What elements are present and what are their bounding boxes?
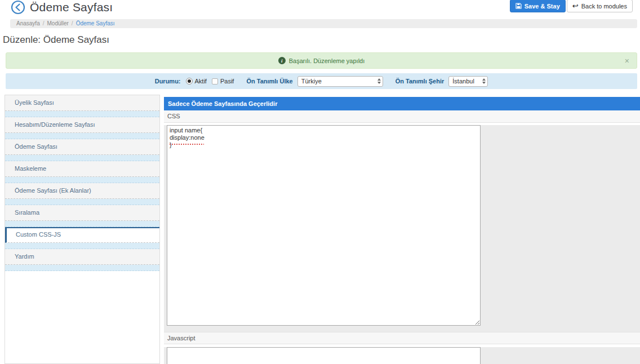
page-title: Düzenle: Ödeme Sayfası — [3, 34, 640, 46]
breadcrumb: Anasayfa/Modüller/Ödeme Sayfası — [10, 19, 637, 28]
sidebar-strip — [5, 177, 159, 183]
settings-bar: Durumu: Aktif Pasif Ön Tanımlı Ülke Türk… — [6, 73, 637, 89]
sidebar-item-uyelik-sayfasi[interactable]: Üyelik Sayfası — [5, 95, 159, 111]
topbar-buttons: Save & Stay ↩ Back to modules — [510, 0, 633, 12]
select-stepper-icon — [482, 78, 486, 84]
save-and-stay-button[interactable]: Save & Stay — [510, 0, 566, 12]
success-alert: i Başarılı. Düzenleme yapıldı × — [6, 52, 637, 69]
breadcrumb-modules[interactable]: Modüller — [47, 20, 68, 26]
sidebar-strip — [5, 243, 159, 249]
status-option-aktif[interactable]: Aktif — [186, 78, 207, 85]
sidebar-strip — [5, 111, 159, 117]
sidebar-item-hesabim-duzenleme-sayfasi[interactable]: Hesabım/Düzenleme Sayfası — [5, 117, 159, 133]
save-and-stay-label: Save & Stay — [525, 3, 560, 10]
back-to-modules-button[interactable]: ↩ Back to modules — [567, 0, 633, 12]
default-country-select[interactable]: Türkiye — [297, 76, 383, 87]
css-section-label: CSS — [164, 110, 640, 123]
default-city-select[interactable]: İstanbul — [448, 76, 488, 87]
status-label: Durumu: — [155, 78, 181, 85]
sidebar-item-maskeleme[interactable]: Maskeleme — [5, 161, 159, 177]
sidebar-strip — [5, 265, 159, 271]
aktif-label: Aktif — [195, 78, 207, 85]
javascript-section-body — [164, 347, 640, 364]
panel-header: Sadece Ödeme Sayfasında Geçerlidir — [164, 97, 640, 110]
sidebar-strip — [5, 155, 159, 161]
country-select-value: Türkiye — [301, 78, 322, 85]
select-stepper-icon — [377, 78, 381, 84]
sidebar-item-yardim[interactable]: Yardım — [5, 249, 159, 265]
breadcrumb-separator: / — [43, 20, 45, 26]
sidebar-item-odeme-sayfasi-ek-alanlar[interactable]: Ödeme Sayfası (Ek Alanlar) — [5, 183, 159, 199]
city-select-value: İstanbul — [452, 78, 474, 85]
custom-css-js-panel: Sadece Ödeme Sayfasında Geçerlidir CSS i… — [164, 97, 640, 364]
breadcrumb-current[interactable]: Ödeme Sayfası — [76, 20, 115, 26]
top-bar: Ödeme Sayfası Save & Stay ↩ Back to modu… — [0, 0, 640, 16]
sidebar-strip — [5, 221, 159, 227]
info-icon: i — [278, 57, 286, 64]
back-circle-icon — [11, 0, 25, 15]
back-arrow-icon: ↩ — [572, 2, 579, 10]
javascript-code-textarea[interactable] — [167, 347, 481, 364]
alert-close-icon[interactable]: × — [625, 57, 629, 65]
pasif-label: Pasif — [220, 78, 234, 85]
save-icon — [515, 3, 522, 9]
sidebar-item-odeme-sayfasi[interactable]: Ödeme Sayfası — [5, 139, 159, 155]
radio-pasif-unchecked[interactable] — [212, 78, 218, 85]
sidebar-item-siralama[interactable]: Sıralama — [5, 205, 159, 221]
breadcrumb-home[interactable]: Anasayfa — [16, 20, 40, 26]
content-region: Üyelik Sayfası Hesabım/Düzenleme Sayfası… — [0, 95, 640, 364]
default-city-label: Ön Tanımlı Şehir — [395, 78, 445, 85]
default-country-label: Ön Tanımlı Ülke — [246, 78, 292, 85]
radio-aktif-checked[interactable] — [186, 78, 193, 85]
back-to-modules-label: Back to modules — [581, 3, 627, 10]
alert-message: Başarılı. Düzenleme yapıldı — [289, 57, 365, 64]
css-code-textarea[interactable]: input name{ display:none } — [167, 125, 481, 326]
javascript-section-label: Javascript — [164, 332, 640, 344]
sidebar-item-custom-css-js[interactable]: Custom CSS-JS — [5, 227, 159, 243]
breadcrumb-separator: / — [72, 20, 73, 26]
status-option-pasif[interactable]: Pasif — [212, 78, 234, 85]
css-section-body: input name{ display:none } — [164, 125, 640, 332]
sidebar-strip — [5, 199, 159, 205]
settings-tabs-sidebar: Üyelik Sayfası Hesabım/Düzenleme Sayfası… — [5, 95, 160, 364]
module-title: Ödeme Sayfası — [30, 1, 113, 14]
module-title-wrap: Ödeme Sayfası — [11, 0, 113, 15]
sidebar-strip — [5, 133, 159, 139]
